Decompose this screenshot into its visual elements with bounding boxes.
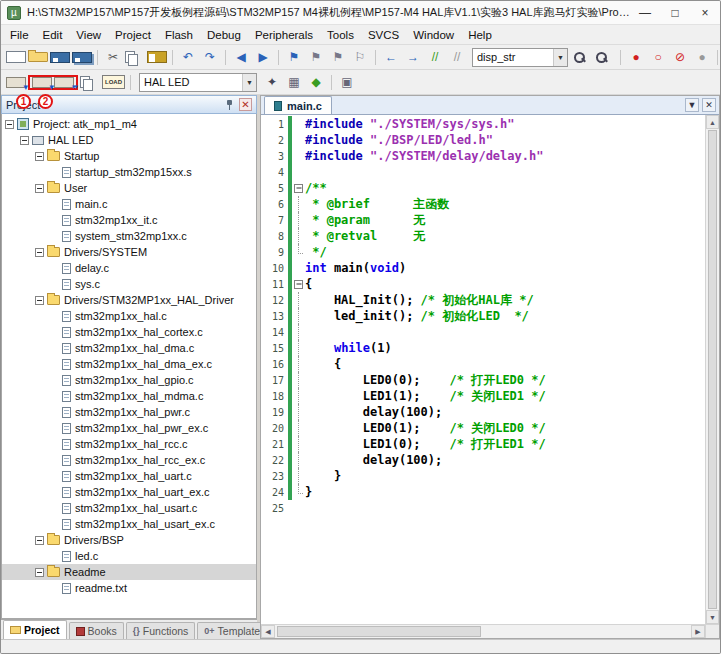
rebuild-all-icon[interactable] — [54, 77, 74, 88]
tree-item[interactable]: stm32mp1xx_hal_dma.c — [2, 340, 256, 356]
tree-item[interactable]: startup_stm32mp15xx.s — [2, 164, 256, 180]
panel-tab-project[interactable]: Project — [3, 620, 67, 639]
code-line[interactable]: 7 * @param 无 — [261, 212, 705, 228]
open-file-icon[interactable] — [28, 52, 48, 62]
redo-icon[interactable]: ↷ — [200, 47, 220, 67]
tree-item[interactable]: readme.txt — [2, 580, 256, 596]
scroll-down-icon[interactable]: ▼ — [706, 610, 719, 624]
code-line[interactable]: 25 — [261, 500, 705, 516]
horizontal-scrollbar[interactable]: ◀ ▶ — [261, 625, 705, 638]
code-area[interactable]: 1#include "./SYSTEM/sys/sys.h"2#include … — [261, 115, 705, 624]
code-line[interactable]: 9 */ — [261, 244, 705, 260]
target-select-value[interactable]: HAL LED — [140, 76, 242, 88]
tree-item[interactable]: HAL LED — [2, 132, 256, 148]
target-select-combo[interactable]: HAL LED ▼ — [139, 73, 257, 92]
tree-item[interactable]: Startup — [2, 148, 256, 164]
tree-item[interactable]: Drivers/STM32MP1xx_HAL_Driver — [2, 292, 256, 308]
panel-tab-books[interactable]: Books — [69, 622, 124, 639]
menu-svcs[interactable]: SVCS — [361, 27, 406, 43]
save-icon[interactable] — [50, 52, 70, 63]
manage-rte-icon[interactable]: ◆ — [306, 72, 326, 92]
indent-icon[interactable]: → — [403, 47, 423, 67]
menu-view[interactable]: View — [69, 27, 108, 43]
code-line[interactable]: 23 } — [261, 468, 705, 484]
minimize-button[interactable]: — — [630, 1, 660, 25]
tree-item[interactable]: stm32mp1xx_hal_pwr.c — [2, 404, 256, 420]
menu-flash[interactable]: Flash — [158, 27, 200, 43]
tree-item[interactable]: stm32mp1xx_hal_mdma.c — [2, 388, 256, 404]
menu-debug[interactable]: Debug — [200, 27, 248, 43]
tree-item[interactable]: stm32mp1xx_hal_gpio.c — [2, 372, 256, 388]
bookmark-toggle-icon[interactable]: ⚑ — [284, 47, 304, 67]
bookmark-prev-icon[interactable]: ⚑ — [306, 47, 326, 67]
code-line[interactable]: 10int main(void) — [261, 260, 705, 276]
code-line[interactable]: 11{ — [261, 276, 705, 292]
code-line[interactable]: 5/** — [261, 180, 705, 196]
tree-item[interactable]: stm32mp1xx_hal_uart_ex.c — [2, 484, 256, 500]
code-line[interactable]: 22 delay(100); — [261, 452, 705, 468]
tree-item[interactable]: sys.c — [2, 276, 256, 292]
tree-item[interactable]: Readme — [2, 564, 256, 580]
code-line[interactable]: 19 delay(100); — [261, 404, 705, 420]
code-line[interactable]: 21 LED1(0); /* 打开LED1 */ — [261, 436, 705, 452]
tab-list-icon[interactable]: ▼ — [685, 98, 699, 112]
chevron-down-icon[interactable]: ▼ — [553, 49, 567, 66]
tree-item[interactable]: Drivers/SYSTEM — [2, 244, 256, 260]
save-all-icon[interactable] — [72, 52, 92, 63]
tree-item[interactable]: led.c — [2, 548, 256, 564]
bookmark-clear-icon[interactable]: ⚐ — [350, 47, 370, 67]
code-line[interactable]: 13 led_init(); /* 初始化LED */ — [261, 308, 705, 324]
breakpoint-kill-all-icon[interactable]: ● — [692, 47, 712, 67]
breakpoint-disable-all-icon[interactable]: ⊘ — [670, 47, 690, 67]
menu-peripherals[interactable]: Peripherals — [248, 27, 320, 43]
find-in-files-icon[interactable] — [595, 51, 615, 64]
tree-item[interactable]: stm32mp1xx_hal_cortex.c — [2, 324, 256, 340]
horizontal-scroll-thumb[interactable] — [277, 626, 481, 637]
nav-back-icon[interactable]: ◀ — [231, 47, 251, 67]
code-line[interactable]: 8 * @retval 无 — [261, 228, 705, 244]
menu-edit[interactable]: Edit — [36, 27, 70, 43]
tree-expander[interactable] — [35, 536, 44, 545]
code-line[interactable]: 2#include "./BSP/LED/led.h" — [261, 132, 705, 148]
menu-window[interactable]: Window — [406, 27, 461, 43]
scroll-left-icon[interactable]: ◀ — [261, 625, 275, 638]
download-icon[interactable]: LOAD — [102, 75, 125, 89]
options-for-target-icon[interactable]: ✦ — [262, 72, 282, 92]
paste-icon[interactable] — [147, 51, 167, 63]
tree-item[interactable]: stm32mp1xx_it.c — [2, 212, 256, 228]
maximize-button[interactable]: □ — [660, 1, 690, 25]
outdent-icon[interactable]: ← — [381, 47, 401, 67]
tree-expander[interactable] — [20, 136, 29, 145]
menu-tools[interactable]: Tools — [320, 27, 361, 43]
tree-item[interactable]: delay.c — [2, 260, 256, 276]
close-tab-icon[interactable]: ✕ — [702, 98, 716, 112]
vertical-scroll-thumb[interactable] — [708, 130, 717, 609]
tree-item[interactable]: Drivers/BSP — [2, 532, 256, 548]
breakpoint-toggle-icon[interactable]: ● — [626, 47, 646, 67]
translate-file-icon[interactable] — [6, 77, 26, 88]
code-line[interactable]: 15 while(1) — [261, 340, 705, 356]
panel-close-icon[interactable]: ✕ — [239, 98, 252, 111]
scroll-up-icon[interactable]: ▲ — [706, 115, 719, 129]
tree-expander[interactable] — [35, 568, 44, 577]
tree-item[interactable]: system_stm32mp1xx.c — [2, 228, 256, 244]
tree-item[interactable]: stm32mp1xx_hal_uart.c — [2, 468, 256, 484]
tree-expander[interactable] — [5, 120, 14, 129]
tree-expander[interactable] — [35, 296, 44, 305]
code-line[interactable]: 16 { — [261, 356, 705, 372]
code-line[interactable]: 3#include "./SYSTEM/delay/delay.h" — [261, 148, 705, 164]
code-line[interactable]: 24} — [261, 484, 705, 500]
fold-toggle-icon[interactable] — [292, 276, 305, 292]
pin-icon[interactable] — [225, 99, 235, 111]
tree-item[interactable]: main.c — [2, 196, 256, 212]
tree-item[interactable]: stm32mp1xx_hal_rcc_ex.c — [2, 452, 256, 468]
file-extensions-icon[interactable]: ▦ — [284, 72, 304, 92]
tree-item[interactable]: stm32mp1xx_hal_pwr_ex.c — [2, 420, 256, 436]
code-line[interactable]: 6 * @brief 主函数 — [261, 196, 705, 212]
tree-item[interactable]: stm32mp1xx_hal_usart.c — [2, 500, 256, 516]
panel-tab-functions[interactable]: {}Functions — [126, 622, 196, 639]
uncomment-icon[interactable]: // — [447, 47, 467, 67]
tree-item[interactable]: stm32mp1xx_hal_usart_ex.c — [2, 516, 256, 532]
search-combo[interactable]: disp_str ▼ — [472, 48, 568, 67]
chevron-down-icon[interactable]: ▼ — [242, 74, 256, 91]
